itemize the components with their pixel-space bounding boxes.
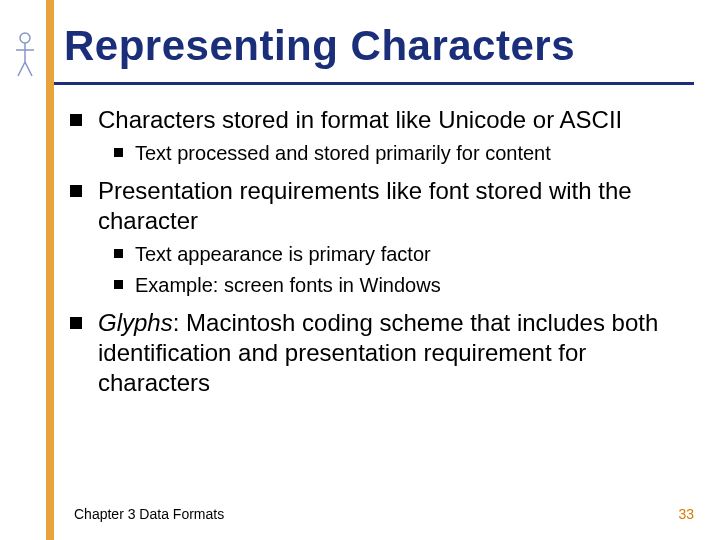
emphasis-term: Glyphs — [98, 309, 173, 336]
sub-bullet-item: Text processed and stored primarily for … — [114, 141, 680, 166]
bullet-text: Glyphs: Macintosh coding scheme that inc… — [98, 308, 680, 398]
sub-bullet-item: Example: screen fonts in Windows — [114, 273, 680, 298]
bullet-item: Glyphs: Macintosh coding scheme that inc… — [70, 308, 680, 398]
bullet-marker-icon — [70, 317, 82, 329]
bullet-item: Presentation requirements like font stor… — [70, 176, 680, 236]
decorative-figure-icon — [10, 30, 40, 80]
svg-point-0 — [20, 33, 30, 43]
svg-line-3 — [18, 62, 25, 76]
sub-bullet-text: Example: screen fonts in Windows — [135, 273, 441, 298]
bullet-marker-icon — [114, 249, 123, 258]
sub-bullet-item: Text appearance is primary factor — [114, 242, 680, 267]
svg-line-4 — [25, 62, 32, 76]
bullet-text: Presentation requirements like font stor… — [98, 176, 680, 236]
bullet-text-rest: : Macintosh coding scheme that includes … — [98, 309, 658, 396]
vertical-accent-bar — [46, 0, 54, 540]
bullet-item: Characters stored in format like Unicode… — [70, 105, 680, 135]
title-underline — [54, 82, 694, 85]
bullet-marker-icon — [114, 148, 123, 157]
bullet-marker-icon — [70, 114, 82, 126]
bullet-marker-icon — [114, 280, 123, 289]
footer-page-number: 33 — [678, 506, 694, 522]
slide-title: Representing Characters — [64, 22, 575, 70]
bullet-text: Characters stored in format like Unicode… — [98, 105, 622, 135]
bullet-marker-icon — [70, 185, 82, 197]
slide-content: Characters stored in format like Unicode… — [70, 105, 680, 402]
footer-chapter-label: Chapter 3 Data Formats — [74, 506, 224, 522]
sub-bullet-text: Text appearance is primary factor — [135, 242, 431, 267]
sub-bullet-text: Text processed and stored primarily for … — [135, 141, 551, 166]
